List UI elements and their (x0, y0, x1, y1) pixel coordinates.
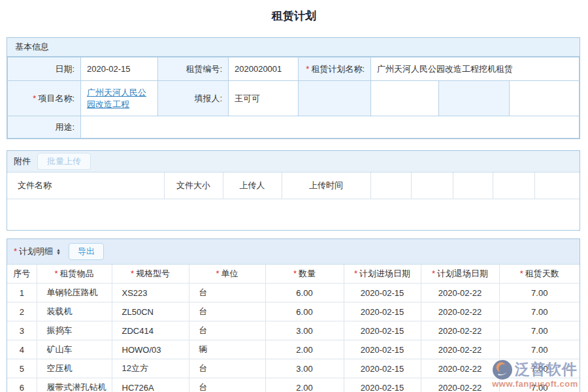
plan-details-row: 2装载机ZL50CN台6.002020-02-152020-02-227.00 (7, 302, 580, 321)
plan-details-cell: 2020-02-15 (344, 359, 421, 378)
plan-name-label: *租赁计划名称: (299, 57, 371, 81)
project-name-cell: 广州天河人民公园改造工程 (81, 81, 158, 116)
col-empty (493, 172, 534, 199)
basic-info-header: 基本信息 (7, 38, 580, 57)
attachments-header-row: 文件名称 文件大小 上传人 上传时间 (7, 172, 580, 199)
date-value: 2020-02-15 (81, 57, 158, 81)
date-label: 日期: (8, 57, 81, 81)
plan-details-cell: 6.00 (265, 302, 344, 321)
plan-details-cell: 辆 (189, 340, 265, 359)
plan-col-header: *租赁物品 (37, 265, 112, 284)
project-name-link[interactable]: 广州天河人民公园改造工程 (87, 88, 146, 109)
plan-details-cell: 矿山车 (37, 340, 112, 359)
purpose-label: 用途: (8, 116, 81, 139)
attachments-title: 附件 (14, 155, 31, 167)
project-name-label: *项目名称: (8, 81, 81, 116)
col-file-name: 文件名称 (7, 172, 164, 199)
plan-details-cell: 台 (189, 359, 265, 378)
plan-details-cell: 3 (7, 321, 37, 340)
plan-details-title: *计划明细 (14, 246, 53, 257)
empty-value-cell (371, 81, 439, 116)
plan-details-cell: 2020-02-22 (421, 359, 499, 378)
attachments-header: 附件 批量上传 (7, 151, 580, 172)
plan-col-header: *计划退场日期 (421, 265, 499, 284)
page-title: 租赁计划 (0, 9, 588, 24)
plan-col-header: *规格型号 (112, 265, 189, 284)
plan-details-cell: 7.00 (499, 340, 580, 359)
plan-col-header: *租赁天数 (499, 265, 580, 284)
col-uploader: 上传人 (223, 172, 282, 199)
required-marker: * (306, 64, 309, 74)
plan-details-cell: 台 (189, 378, 265, 392)
col-file-size: 文件大小 (164, 172, 223, 199)
batch-upload-button[interactable]: 批量上传 (37, 153, 91, 170)
plan-details-cell: 2020-02-22 (421, 321, 499, 340)
plan-details-cell: 12立方 (112, 359, 189, 378)
plan-details-cell: 2020-02-15 (344, 284, 421, 302)
plan-details-cell: 2020-02-22 (421, 340, 499, 359)
plan-details-row: 5空压机12立方台3.002020-02-152020-02-227.00 (7, 359, 580, 378)
required-marker: * (33, 93, 36, 103)
sort-icon[interactable]: ▲▼ (56, 248, 61, 255)
plan-details-cell: 2020-02-22 (421, 284, 499, 302)
plan-details-cell: 2 (7, 302, 37, 321)
plan-details-cell: 台 (189, 321, 265, 340)
reporter-value: 王可可 (229, 81, 299, 116)
plan-details-cell: ZDC414 (112, 321, 189, 340)
plan-details-row: 1单钢轮压路机XS223台6.002020-02-152020-02-227.0… (7, 284, 580, 302)
plan-name-value: 广州天河人民公园改造工程挖机租赁 (371, 57, 580, 81)
plan-details-cell: 7.00 (499, 359, 580, 378)
empty-label-cell (299, 81, 371, 116)
required-marker: * (14, 246, 17, 256)
attachments-empty-body (7, 199, 580, 230)
plan-details-cell: 2.00 (265, 340, 344, 359)
plan-details-cell: 台 (189, 302, 265, 321)
plan-col-header: 序号 (7, 265, 37, 284)
plan-details-cell: 2.00 (265, 378, 344, 392)
plan-details-row: 6履带式潜孔钻机HC726A台2.002020-02-152020-02-227… (7, 378, 580, 392)
rental-no-label: 租赁编号: (158, 57, 229, 81)
plan-details-cell: 6.00 (265, 284, 344, 302)
col-empty (411, 172, 453, 199)
plan-details-table: 序号*租赁物品*规格型号*单位*数量*计划进场日期*计划退场日期*租赁天数 1单… (7, 265, 580, 392)
empty-value-cell (510, 81, 580, 116)
basic-info-title: 基本信息 (15, 41, 49, 53)
plan-details-cell: 7.00 (499, 378, 580, 392)
plan-details-cell: 1 (7, 284, 37, 302)
col-empty (534, 172, 580, 199)
attachments-section: 附件 批量上传 文件名称 文件大小 上传人 上传时间 (7, 150, 580, 231)
plan-details-cell: HC726A (112, 378, 189, 392)
plan-details-cell: 2020-02-22 (421, 302, 499, 321)
plan-details-cell: 5 (7, 359, 37, 378)
plan-details-cell: 2020-02-15 (344, 340, 421, 359)
col-upload-time: 上传时间 (282, 172, 370, 199)
plan-details-cell: 2020-02-15 (344, 321, 421, 340)
plan-details-cell: 2020-02-15 (344, 378, 421, 392)
plan-details-cell: HOWO/03 (112, 340, 189, 359)
attachments-table: 文件名称 文件大小 上传人 上传时间 (7, 172, 580, 199)
plan-details-row: 4矿山车HOWO/03辆2.002020-02-152020-02-227.00 (7, 340, 580, 359)
plan-details-cell: 2020-02-22 (421, 378, 499, 392)
basic-info-section: 基本信息 日期: 2020-02-15 租赁编号: 2020020001 *租赁… (7, 37, 580, 139)
plan-details-row: 3振捣车ZDC414台3.002020-02-152020-02-227.00 (7, 321, 580, 340)
plan-details-cell: 7.00 (499, 302, 580, 321)
purpose-value (81, 116, 580, 139)
empty-label-cell (439, 81, 510, 116)
col-empty (453, 172, 493, 199)
plan-details-cell: 3.00 (265, 359, 344, 378)
plan-col-header: *单位 (189, 265, 265, 284)
plan-details-cell: 装载机 (37, 302, 112, 321)
export-button[interactable]: 导出 (69, 243, 104, 260)
plan-details-cell: 3.00 (265, 321, 344, 340)
plan-details-section: *计划明细 ▲▼ 导出 序号*租赁物品*规格型号*单位*数量*计划进场日期*计划… (7, 238, 580, 392)
plan-details-cell: 履带式潜孔钻机 (37, 378, 112, 392)
plan-details-cell: 2020-02-15 (344, 302, 421, 321)
rental-no-value: 2020020001 (229, 57, 299, 81)
plan-details-cell: 6 (7, 378, 37, 392)
plan-details-header-row: 序号*租赁物品*规格型号*单位*数量*计划进场日期*计划退场日期*租赁天数 (7, 265, 580, 284)
plan-details-cell: 振捣车 (37, 321, 112, 340)
plan-details-cell: ZL50CN (112, 302, 189, 321)
plan-details-body: 1单钢轮压路机XS223台6.002020-02-152020-02-227.0… (7, 284, 580, 392)
plan-details-cell: 单钢轮压路机 (37, 284, 112, 302)
plan-details-cell: 4 (7, 340, 37, 359)
